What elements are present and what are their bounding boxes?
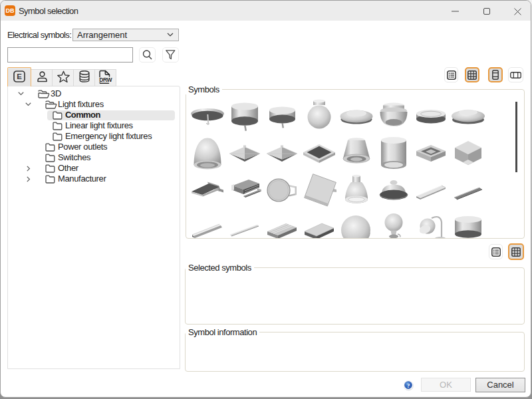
- svg-text:E: E: [17, 72, 22, 80]
- svg-text:DRW: DRW: [99, 76, 112, 83]
- svg-text:?: ?: [407, 382, 410, 389]
